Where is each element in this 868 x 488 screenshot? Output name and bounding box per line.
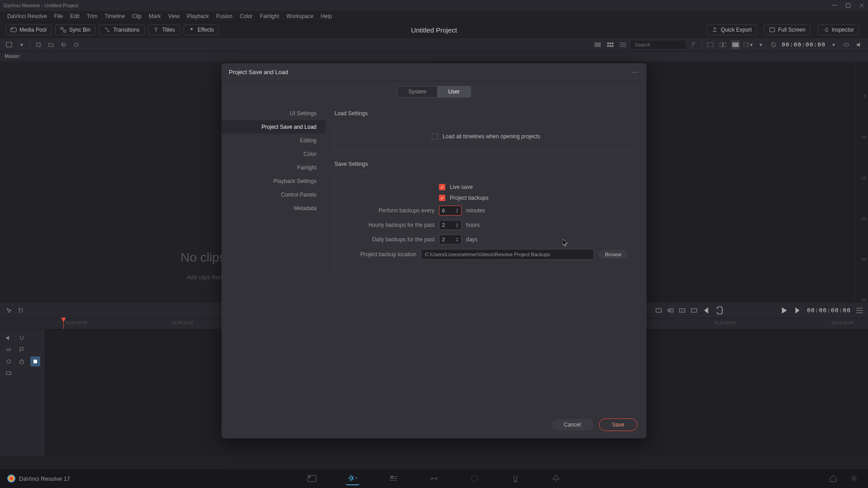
sidebar-editing[interactable]: Editing: [222, 134, 326, 147]
view-list-button[interactable]: [618, 40, 627, 49]
viewer-timecode[interactable]: 00:00:00:00: [782, 41, 826, 48]
tab-system[interactable]: System: [397, 86, 437, 97]
full-screen-button[interactable]: Full Screen: [764, 24, 811, 35]
menu-trim[interactable]: Trim: [83, 13, 101, 19]
chevron-down-icon[interactable]: ▾: [756, 40, 765, 49]
menu-playback[interactable]: Playback: [183, 13, 212, 19]
speaker-icon[interactable]: [854, 40, 863, 49]
track-tool-video[interactable]: [4, 368, 14, 378]
menu-clip[interactable]: Clip: [128, 13, 145, 19]
replace-button[interactable]: [679, 308, 686, 313]
search-input[interactable]: [631, 41, 685, 49]
menu-edit[interactable]: Edit: [66, 13, 83, 19]
sidebar-fairlight[interactable]: Fairlight: [222, 161, 326, 174]
loop-playback-button[interactable]: [716, 306, 724, 314]
track-tool-audio[interactable]: [30, 357, 40, 366]
menu-view[interactable]: View: [165, 13, 184, 19]
track-tool-flag[interactable]: [17, 345, 27, 355]
hourly-backups-spinner[interactable]: 2 ▲▼: [439, 220, 462, 230]
play-button[interactable]: [780, 306, 788, 314]
page-deliver[interactable]: [549, 472, 563, 485]
preferences-content: Load Settings Load all timelines when op…: [326, 102, 646, 411]
effects-button[interactable]: Effects: [184, 24, 219, 35]
page-fusion[interactable]: [427, 472, 441, 485]
daily-backups-spinner[interactable]: 2 ▲▼: [439, 235, 462, 244]
bin-list-button[interactable]: [5, 40, 14, 49]
viewer-mode-2[interactable]: [718, 40, 727, 49]
page-color[interactable]: [468, 472, 481, 485]
transitions-button[interactable]: Transitions: [99, 24, 144, 35]
menu-fusion[interactable]: Fusion: [212, 13, 236, 19]
menu-fairlight[interactable]: Fairlight: [256, 13, 283, 19]
menu-davinci[interactable]: DaVinci Resolve: [4, 13, 51, 19]
next-clip-button[interactable]: [793, 306, 802, 314]
sidebar-control-panels[interactable]: Control Panels: [222, 188, 326, 202]
playhead[interactable]: [63, 319, 64, 329]
sidebar-color[interactable]: Color: [222, 147, 326, 161]
media-pool-button[interactable]: Media Pool: [5, 24, 52, 35]
cancel-button[interactable]: Cancel: [551, 419, 593, 431]
viewer-mode-1[interactable]: [706, 40, 715, 49]
window-close-button[interactable]: [859, 3, 864, 8]
track-tool-arrow[interactable]: [4, 333, 14, 343]
sidebar-ui-settings[interactable]: UI Settings: [222, 107, 326, 120]
backup-location-input[interactable]: C:\Users\Lizenznehmer\Videos\Resolve Pro…: [421, 249, 594, 260]
timeline-tool-1[interactable]: [5, 307, 13, 314]
page-edit[interactable]: [387, 472, 400, 485]
menu-mark[interactable]: Mark: [145, 13, 165, 19]
page-media[interactable]: [305, 472, 319, 485]
modal-menu-button[interactable]: ⋯: [632, 69, 639, 76]
browse-button[interactable]: Browse: [599, 250, 628, 259]
tag-button[interactable]: [72, 40, 81, 49]
sidebar-metadata[interactable]: Metadata: [222, 202, 326, 215]
project-backups-checkbox[interactable]: ✓: [439, 195, 445, 201]
loop-button[interactable]: [842, 40, 851, 49]
sort-button[interactable]: [689, 40, 698, 49]
perform-backups-spinner[interactable]: 6 ▲▼: [439, 206, 462, 216]
home-button[interactable]: [826, 472, 840, 485]
tab-user[interactable]: User: [437, 86, 470, 97]
menu-workspace[interactable]: Workspace: [283, 13, 317, 19]
track-tool-magnet[interactable]: [17, 333, 27, 343]
menu-timeline[interactable]: Timeline: [101, 13, 128, 19]
live-save-checkbox[interactable]: ✓: [439, 184, 445, 190]
import-button[interactable]: [34, 40, 43, 49]
page-cut[interactable]: [346, 472, 359, 485]
svg-rect-15: [609, 45, 611, 47]
sidebar-playback-settings[interactable]: Playback Settings: [222, 174, 326, 188]
menu-color[interactable]: Color: [236, 13, 256, 19]
timeline-menu-button[interactable]: [856, 308, 863, 313]
viewer-mode-3[interactable]: [731, 40, 740, 49]
timeline-timecode[interactable]: 00:00:00:00: [807, 307, 851, 314]
page-fairlight[interactable]: [509, 472, 522, 485]
refresh-button[interactable]: [59, 40, 68, 49]
menu-file[interactable]: File: [51, 13, 66, 19]
perform-backups-label: Perform backups every: [344, 207, 434, 214]
load-all-timelines-checkbox[interactable]: [432, 133, 438, 140]
save-button[interactable]: Save: [599, 418, 637, 431]
bypass-button[interactable]: [769, 40, 778, 49]
viewer-dropdown[interactable]: ▾: [744, 40, 753, 49]
window-maximize-button[interactable]: [845, 3, 851, 8]
settings-button[interactable]: [847, 472, 861, 485]
track-tool-marker[interactable]: [4, 357, 14, 366]
chevron-down-icon[interactable]: ▾: [17, 40, 26, 49]
track-tool-link[interactable]: [4, 345, 14, 355]
timeline-tool-2[interactable]: [17, 307, 24, 314]
view-strip-button[interactable]: [593, 40, 602, 49]
fit-button[interactable]: [690, 308, 698, 313]
sidebar-project-save-load[interactable]: Project Save and Load: [222, 120, 326, 134]
view-grid-button[interactable]: [606, 40, 615, 49]
folder-button[interactable]: [47, 40, 56, 49]
sync-bin-button[interactable]: Sync Bin: [55, 24, 95, 35]
timecode-dropdown[interactable]: ▾: [829, 40, 838, 49]
titles-button[interactable]: T Titles: [148, 24, 180, 35]
quick-export-button[interactable]: Quick Export: [707, 24, 757, 35]
overwrite-button[interactable]: [667, 308, 674, 313]
inspector-button[interactable]: Inspector: [818, 24, 859, 35]
insert-button[interactable]: [655, 308, 662, 313]
prev-clip-button[interactable]: [702, 306, 710, 314]
window-minimize-button[interactable]: [832, 3, 837, 8]
track-tool-lock[interactable]: [17, 357, 27, 366]
menu-help[interactable]: Help: [317, 13, 335, 19]
